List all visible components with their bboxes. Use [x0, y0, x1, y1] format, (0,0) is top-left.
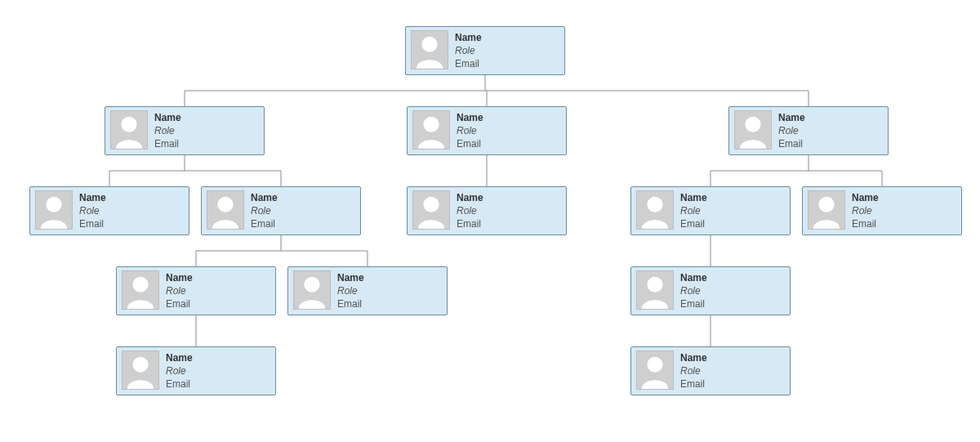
- card-name: Name: [680, 192, 707, 203]
- card-fields: NameRoleEmail: [337, 270, 364, 311]
- card-email: Email: [166, 378, 193, 390]
- org-card-d3[interactable]: NameRoleEmail: [630, 266, 791, 315]
- card-email: Email: [778, 138, 805, 150]
- avatar-icon: [636, 350, 674, 390]
- card-fields: NameRoleEmail: [852, 190, 879, 231]
- card-fields: NameRoleEmail: [680, 350, 707, 391]
- card-email: Email: [166, 298, 193, 310]
- svg-point-48: [132, 277, 148, 292]
- card-role: Role: [457, 125, 483, 136]
- card-role: Role: [455, 45, 482, 56]
- svg-point-44: [647, 197, 662, 212]
- card-fields: NameRoleEmail: [79, 190, 106, 231]
- card-name: Name: [166, 272, 193, 284]
- card-role: Role: [337, 285, 364, 297]
- card-role: Role: [680, 285, 707, 297]
- avatar-icon: [122, 270, 159, 310]
- svg-point-52: [647, 277, 662, 292]
- svg-point-54: [132, 357, 148, 373]
- card-role: Role: [154, 125, 181, 136]
- card-role: Role: [778, 125, 805, 136]
- card-role: Role: [251, 205, 278, 217]
- card-name: Name: [457, 192, 483, 203]
- svg-point-46: [818, 197, 834, 212]
- svg-point-34: [423, 117, 439, 132]
- card-role: Role: [852, 205, 879, 217]
- svg-point-38: [46, 197, 61, 212]
- card-email: Email: [457, 138, 483, 150]
- org-card-d2[interactable]: NameRoleEmail: [287, 266, 448, 315]
- card-name: Name: [457, 112, 483, 123]
- org-card-e2[interactable]: NameRoleEmail: [630, 346, 791, 395]
- avatar-icon: [412, 190, 450, 230]
- org-card-c5[interactable]: NameRoleEmail: [802, 186, 962, 235]
- card-name: Name: [79, 192, 106, 203]
- card-name: Name: [852, 192, 879, 203]
- card-name: Name: [166, 352, 193, 364]
- avatar-icon: [35, 190, 73, 230]
- svg-point-32: [121, 117, 136, 132]
- org-card-c2[interactable]: NameRoleEmail: [201, 186, 361, 235]
- avatar-icon: [122, 350, 159, 390]
- card-fields: NameRoleEmail: [680, 270, 707, 311]
- card-email: Email: [457, 218, 483, 230]
- card-role: Role: [166, 285, 193, 297]
- card-fields: NameRoleEmail: [166, 270, 193, 311]
- card-fields: NameRoleEmail: [457, 190, 483, 231]
- svg-point-30: [421, 37, 437, 52]
- card-email: Email: [337, 298, 364, 310]
- card-role: Role: [680, 205, 707, 217]
- card-name: Name: [154, 112, 181, 123]
- card-role: Role: [680, 365, 707, 377]
- card-role: Role: [457, 205, 483, 217]
- org-card-d1[interactable]: NameRoleEmail: [116, 266, 276, 315]
- card-fields: NameRoleEmail: [455, 30, 482, 71]
- card-fields: NameRoleEmail: [251, 190, 278, 231]
- org-card-e1[interactable]: NameRoleEmail: [116, 346, 276, 395]
- svg-point-50: [304, 277, 319, 292]
- card-email: Email: [154, 138, 181, 150]
- card-fields: NameRoleEmail: [680, 190, 707, 231]
- card-fields: NameRoleEmail: [457, 110, 483, 151]
- org-card-c1[interactable]: NameRoleEmail: [29, 186, 189, 235]
- svg-point-40: [217, 197, 233, 212]
- card-email: Email: [680, 378, 707, 390]
- card-email: Email: [251, 218, 278, 230]
- card-name: Name: [251, 192, 278, 203]
- avatar-icon: [411, 30, 448, 69]
- svg-point-56: [647, 357, 662, 373]
- card-name: Name: [455, 32, 482, 43]
- org-card-b3[interactable]: NameRoleEmail: [728, 106, 889, 155]
- avatar-icon: [207, 190, 244, 230]
- card-fields: NameRoleEmail: [778, 110, 805, 151]
- avatar-icon: [293, 270, 331, 310]
- card-email: Email: [680, 218, 707, 230]
- svg-point-36: [745, 117, 760, 132]
- card-email: Email: [852, 218, 879, 230]
- card-name: Name: [680, 352, 707, 364]
- org-card-c4[interactable]: NameRoleEmail: [630, 186, 791, 235]
- card-role: Role: [166, 365, 193, 377]
- org-card-b1[interactable]: NameRoleEmail: [105, 106, 265, 155]
- avatar-icon: [734, 110, 772, 150]
- card-fields: NameRoleEmail: [166, 350, 193, 391]
- avatar-icon: [110, 110, 148, 150]
- card-name: Name: [778, 112, 805, 123]
- org-card-b2[interactable]: NameRoleEmail: [407, 106, 567, 155]
- card-email: Email: [455, 58, 482, 69]
- avatar-icon: [808, 190, 845, 230]
- card-email: Email: [79, 218, 106, 230]
- card-name: Name: [337, 272, 364, 284]
- org-card-c3[interactable]: NameRoleEmail: [407, 186, 567, 235]
- avatar-icon: [636, 270, 674, 310]
- card-role: Role: [79, 205, 106, 217]
- card-fields: NameRoleEmail: [154, 110, 181, 151]
- avatar-icon: [636, 190, 674, 230]
- avatar-icon: [412, 110, 450, 150]
- org-card-root[interactable]: NameRoleEmail: [405, 26, 565, 75]
- card-name: Name: [680, 272, 707, 284]
- svg-point-42: [423, 197, 439, 212]
- card-email: Email: [680, 298, 707, 310]
